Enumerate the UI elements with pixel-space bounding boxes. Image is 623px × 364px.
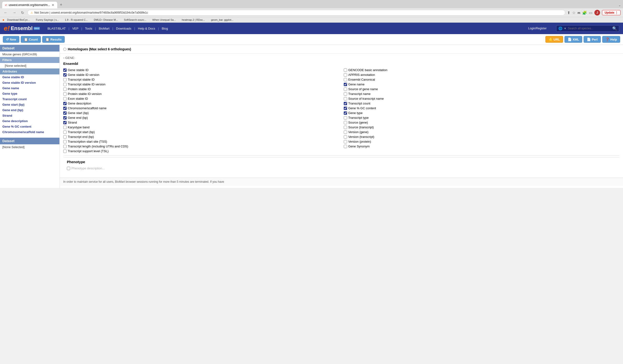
right-checkbox-1[interactable] — [344, 73, 347, 77]
collapse-icon[interactable]: ▫ — [63, 56, 65, 60]
homologues-radio[interactable] — [63, 48, 66, 51]
new-button[interactable]: ↺ New — [3, 36, 19, 43]
right-checkbox-14[interactable] — [344, 135, 347, 139]
left-checkbox-1[interactable] — [63, 73, 67, 77]
nav-tools[interactable]: Tools — [82, 27, 95, 30]
left-checkbox-12[interactable] — [63, 126, 67, 129]
left-checkbox-13[interactable] — [63, 130, 67, 134]
sidebar-toggle-button[interactable]: ▭ — [589, 10, 592, 15]
update-button[interactable]: Update ⋮ — [602, 10, 621, 15]
right-checkbox-6[interactable] — [344, 97, 347, 100]
left-checkbox-17[interactable] — [63, 150, 67, 153]
left-checkbox-label-16: Transcript length (including UTRs and CD… — [68, 145, 128, 148]
bookmark-heatmap[interactable]: heatmap.2 | RDoc... — [181, 18, 206, 21]
sidebar-dataset2-value[interactable]: [None Selected] — [0, 144, 59, 150]
left-checkbox-label-3: Transcript stable ID version — [68, 83, 106, 86]
sidebar-attr-gene-end[interactable]: Gene end (bp) — [0, 107, 59, 113]
right-checkbox-10[interactable] — [344, 116, 347, 120]
bookmark-button[interactable]: ☆ — [572, 10, 576, 15]
right-checkbox-11[interactable] — [344, 121, 347, 124]
bookmark-biocyc[interactable]: Download BioCyc... — [6, 18, 31, 21]
left-checkbox-8[interactable] — [63, 107, 67, 110]
right-checkbox-15[interactable] — [344, 140, 347, 143]
search-input[interactable] — [568, 27, 611, 30]
sidebar-attr-gene-gc[interactable]: Gene % GC content — [0, 124, 59, 129]
sidebar-attr-gene-type[interactable]: Gene type — [0, 91, 59, 96]
right-checkbox-item-6: Source of transcript name — [344, 97, 620, 101]
user-avatar[interactable]: J — [594, 10, 600, 16]
left-checkbox-10[interactable] — [63, 116, 67, 120]
left-checkbox-15[interactable] — [63, 140, 67, 143]
left-checkbox-6[interactable] — [63, 97, 67, 100]
nav-biomart[interactable]: BioMart — [96, 27, 112, 30]
results-button[interactable]: 📋 Results — [42, 36, 65, 43]
right-checkbox-0[interactable] — [344, 68, 347, 72]
sidebar-attr-transcript-count[interactable]: Transcript count — [0, 96, 59, 102]
bookmark-softsearch[interactable]: SoftSearch-sourc... — [123, 18, 147, 21]
login-register-link[interactable]: Login/Register — [528, 27, 547, 30]
xml-button[interactable]: 📄 XML — [564, 36, 582, 43]
address-bar[interactable]: ⚠ Not Secure | uswest.ensembl.org/biomar… — [27, 10, 565, 16]
right-checkbox-8[interactable] — [344, 107, 347, 110]
extensions-puzzle-button[interactable]: 🧩 — [582, 10, 587, 15]
right-checkbox-9[interactable] — [344, 111, 347, 115]
browser-menu-button[interactable]: ⌄ — [618, 3, 621, 7]
nav-blast-blat[interactable]: BLAST/BLAT — [45, 27, 68, 30]
right-checkbox-4[interactable] — [344, 87, 347, 91]
sidebar-attributes-header[interactable]: Attributes — [0, 68, 59, 74]
right-checkbox-12[interactable] — [344, 126, 347, 129]
extensions-button[interactable]: m — [578, 11, 580, 15]
sidebar-attr-strand[interactable]: Strand — [0, 113, 59, 118]
nav-blog[interactable]: Blog — [159, 27, 171, 30]
left-checkbox-2[interactable] — [63, 78, 67, 81]
active-tab[interactable]: e! uswest.ensembl.org/biomart/m... ✕ — [2, 1, 58, 8]
sidebar-filters-header[interactable]: Filters — [0, 57, 59, 63]
new-tab-button[interactable]: + — [59, 2, 64, 7]
nav-help-docs[interactable]: Help & Docs — [135, 27, 158, 30]
right-checkbox-5[interactable] — [344, 92, 347, 96]
count-button[interactable]: 📋 Count — [21, 36, 41, 43]
sidebar-attr-gene-description[interactable]: Gene description — [0, 118, 59, 124]
left-checkbox-4[interactable] — [63, 87, 67, 91]
share-button[interactable]: ⬆ — [567, 10, 570, 15]
left-checkbox-14[interactable] — [63, 135, 67, 139]
left-checkbox-5[interactable] — [63, 92, 67, 96]
right-checkbox-13[interactable] — [344, 130, 347, 134]
sidebar-attr-gene-name[interactable]: Gene name — [0, 86, 59, 91]
left-checkbox-9[interactable] — [63, 111, 67, 115]
bookmark-funny[interactable]: Funny Sayings | s... — [35, 18, 59, 21]
search-dropdown-arrow[interactable]: ▼ — [564, 27, 566, 30]
bookmark-rsquared[interactable]: 1.8 - R-squared C... — [64, 18, 89, 21]
left-checkbox-0[interactable] — [63, 68, 67, 72]
left-checkbox-7[interactable] — [63, 102, 67, 105]
bookmark-unequal[interactable]: When Unequal Sa... — [152, 18, 177, 21]
right-checkbox-16[interactable] — [344, 145, 347, 148]
bookmark-geombar[interactable]: geom_bar. ggplot... — [210, 18, 234, 21]
help-button[interactable]: ❓ Help — [602, 36, 620, 43]
sidebar-attr-gene-start[interactable]: Gene start (bp) — [0, 102, 59, 107]
sidebar-attr-chr-scaffold[interactable]: Chromosome/scaffold name — [0, 129, 59, 135]
phenotype-checkbox-1[interactable] — [67, 167, 70, 170]
sidebar-attr-gene-stable-id[interactable]: Gene stable ID — [0, 74, 59, 80]
bookmarks-overflow[interactable]: » — [237, 18, 239, 21]
left-checkbox-16[interactable] — [63, 145, 67, 148]
forward-button[interactable]: → — [11, 10, 18, 15]
back-button[interactable]: ← — [2, 10, 9, 15]
left-checkbox-11[interactable] — [63, 121, 67, 124]
ensembl-logo[interactable]: e! Ensembl West — [4, 24, 40, 32]
bookmark-dmle[interactable]: DMLE+ Disease M... — [93, 18, 119, 21]
sidebar-attr-gene-stable-id-version[interactable]: Gene stable ID version — [0, 80, 59, 86]
tab-close-button[interactable]: ✕ — [52, 3, 54, 7]
search-submit-icon[interactable]: 🔍 — [612, 26, 617, 31]
left-checkbox-3[interactable] — [63, 83, 67, 86]
perl-button[interactable]: 📄 Perl — [584, 36, 601, 43]
nav-downloads[interactable]: Downloads — [113, 27, 134, 30]
nav-vep[interactable]: VEP — [69, 27, 81, 30]
ensembl-search-box[interactable]: 🌐 ▼ 🔍 — [556, 25, 619, 32]
sidebar-dataset-value[interactable]: Mouse genes (GRCm39) — [0, 51, 59, 57]
right-checkbox-7[interactable] — [344, 102, 347, 105]
right-checkbox-2[interactable] — [344, 78, 347, 81]
url-button[interactable]: ⭐ URL — [545, 36, 563, 43]
refresh-button[interactable]: ↻ — [20, 10, 25, 16]
right-checkbox-3[interactable] — [344, 83, 347, 86]
